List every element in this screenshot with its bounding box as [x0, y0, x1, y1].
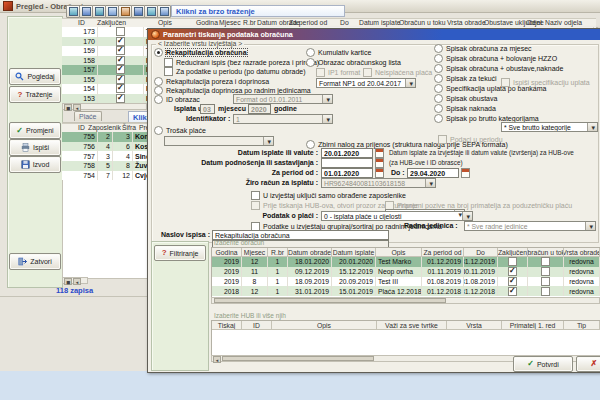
column-header[interactable]: Do	[340, 19, 349, 26]
main-table-hscrollbar[interactable]: ◼◂	[62, 103, 147, 110]
column-header[interactable]: Godina	[196, 19, 218, 26]
toolbar-button-1[interactable]	[66, 5, 80, 18]
radio-obrazac-lista[interactable]: Obrazac obračunskog lista	[306, 58, 401, 67]
id-format-select[interactable]: Format od 01.01.2011	[233, 94, 333, 104]
period-to-field[interactable]: 29.04.2020	[407, 168, 459, 178]
year-field[interactable]: 2020	[248, 104, 271, 114]
u-toku-checkbox[interactable]	[541, 287, 550, 296]
column-header[interactable]: Vrsta obrade	[447, 19, 486, 26]
column-header[interactable]: Obračun u toku	[399, 19, 445, 26]
report-type-option[interactable]: Spisak obustava	[434, 93, 598, 103]
locked-checkbox[interactable]	[116, 27, 125, 36]
check-za-podatke-u-periodu[interactable]: Za podatke u periodu (po datumu obrade)	[164, 67, 306, 76]
payroll-hscrollbar[interactable]: ◼◂	[62, 277, 88, 284]
table-row[interactable]: 2018 12 1 31.01.2019 15.01.2019 Plaća 12…	[212, 286, 600, 296]
column-header[interactable]: Opis	[376, 248, 422, 257]
toolbar-button-6[interactable]	[131, 5, 145, 18]
radio-id-obrazac[interactable]: ID obrazac	[154, 95, 200, 104]
period-from-field[interactable]: 01.01.2020	[321, 168, 373, 178]
check-neisplacena-placa[interactable]: Neisplaćena plaća	[363, 68, 432, 77]
table-row[interactable]: 2019 12 1 18.01.2020 20.01.2020 Test Mar…	[212, 257, 600, 267]
column-header[interactable]: Mjesec	[219, 19, 241, 26]
locked-checkbox[interactable]	[116, 46, 125, 55]
locked-checkbox[interactable]	[116, 37, 125, 46]
column-header[interactable]: R.br	[243, 19, 256, 26]
column-header[interactable]: Zaključen	[97, 19, 126, 26]
column-header[interactable]: ID	[242, 321, 272, 330]
calendar-button[interactable]	[375, 158, 384, 168]
locked-checkbox[interactable]	[116, 94, 125, 103]
datum-isplate-field[interactable]: 20.01.2020	[321, 148, 373, 158]
np1-format-select[interactable]: Format NP1 od 20.04.2017	[316, 78, 416, 88]
zakljucen-checkbox[interactable]	[508, 267, 517, 276]
column-header[interactable]: Datum isplate	[332, 248, 376, 257]
podatak-o-placi-select[interactable]: 0 - isplata plaće u cijelosti	[321, 211, 473, 221]
calendar-button[interactable]	[461, 168, 470, 178]
table-row[interactable]: 2019 11 1 09.12.2019 15.12.2019 Neop ovr…	[212, 267, 600, 277]
dialog-titlebar[interactable]: Parametri tiskanja podataka obračuna	[148, 29, 600, 40]
calendar-button[interactable]	[375, 148, 384, 158]
radio-kumulativ-kartice[interactable]: Kumulativ kartice	[306, 48, 371, 57]
column-header[interactable]: Tip	[564, 321, 600, 330]
column-header[interactable]: Opis	[272, 321, 377, 330]
toolbar-button-8[interactable]	[157, 5, 171, 18]
radio-rekapitulacija-obracuna[interactable]: Rekapitulacija obračuna	[154, 48, 247, 57]
column-header[interactable]: Vrsta	[447, 321, 502, 330]
export-button[interactable]: Izvod	[9, 156, 61, 173]
column-header[interactable]: R.br	[268, 248, 288, 257]
radna-jedinica-select[interactable]: * Sve radne jedinice	[464, 221, 596, 231]
obracun-hscrollbar[interactable]	[211, 297, 600, 304]
view-button[interactable]: Pogledaj	[9, 68, 61, 85]
filter-button[interactable]: ? Filtriranje	[154, 245, 206, 261]
column-header[interactable]: ID	[78, 19, 85, 26]
toolbar-button-4[interactable]	[105, 5, 119, 18]
check-ispisi-specifikaciju[interactable]: Ispiši specifikaciju uplata	[501, 78, 590, 87]
cancel-button[interactable]: ✗ Prekini	[576, 356, 600, 372]
quick-search-bar[interactable]: Klikni za brzo traženje	[171, 5, 345, 17]
check-podaci-u-periodu[interactable]: Podaci u periodu	[438, 135, 503, 144]
table-row[interactable]: 2019 8 1 18.09.2019 20.09.2019 Test III …	[212, 277, 600, 287]
column-header[interactable]: ID	[78, 124, 85, 131]
check-ip1-format[interactable]: IP1 format	[316, 68, 360, 77]
column-header[interactable]: Godina	[212, 248, 242, 257]
column-header[interactable]: Do	[464, 248, 498, 257]
column-header[interactable]: Šifra	[122, 124, 136, 131]
report-type-option[interactable]: Spisak naknada	[434, 103, 598, 113]
toolbar-button-3[interactable]	[92, 5, 106, 18]
calendar-button[interactable]	[375, 168, 384, 178]
locked-checkbox[interactable]	[116, 75, 125, 84]
zakljucen-checkbox[interactable]	[508, 277, 517, 286]
month-field[interactable]: 03	[200, 104, 215, 114]
locked-checkbox[interactable]	[116, 56, 125, 65]
toolbar-button-5[interactable]	[118, 5, 132, 18]
datum-podnosenja-field[interactable]	[321, 158, 373, 168]
zakljucen-checkbox[interactable]	[508, 287, 517, 296]
report-type-option[interactable]: Spisak obračuna + obustave,naknade	[434, 64, 598, 74]
column-header[interactable]: Tiskaj	[212, 321, 242, 330]
tab-place[interactable]: Plaće	[74, 111, 102, 121]
toolbar-button-2[interactable]	[79, 5, 93, 18]
u-toku-checkbox[interactable]	[541, 257, 550, 266]
toolbar-button-7[interactable]	[144, 5, 158, 18]
column-header[interactable]: Obračun u toku	[528, 248, 564, 257]
u-toku-checkbox[interactable]	[541, 267, 550, 276]
ziro-racun-select[interactable]: HR9624840081103618158	[321, 178, 436, 188]
naslov-ispisa-field[interactable]: Rekapitulacija obračuna	[212, 230, 389, 240]
column-header[interactable]: Mjesec	[242, 248, 268, 257]
zakljucen-checkbox[interactable]	[508, 257, 517, 266]
trosak-select[interactable]	[164, 136, 274, 146]
column-header[interactable]: Zaključen	[498, 248, 528, 257]
column-header[interactable]: Zaposlenik	[88, 124, 121, 131]
column-header[interactable]: Odjel	[526, 19, 542, 26]
radio-rekap-poreza[interactable]: Rekapitulacija poreza i doprinosa	[154, 77, 269, 86]
column-header[interactable]: Opis	[158, 19, 172, 26]
check-ukljuci-obradjene[interactable]: U izvještaj uključi samo obrađene zaposl…	[251, 191, 406, 200]
search-button[interactable]: ? Traženje	[9, 86, 61, 103]
column-header[interactable]: Datum isplate	[359, 19, 401, 26]
report-type-option[interactable]: Spisak obračuna + bolovanje HZZO	[434, 54, 598, 64]
confirm-button[interactable]: ✓ Potvrdi	[513, 356, 573, 372]
column-header[interactable]: Datum obrade	[288, 248, 332, 257]
column-header[interactable]: Primatelj 1. red	[502, 321, 564, 330]
print-button[interactable]: Ispiši	[9, 139, 61, 156]
locked-checkbox[interactable]	[116, 84, 125, 93]
